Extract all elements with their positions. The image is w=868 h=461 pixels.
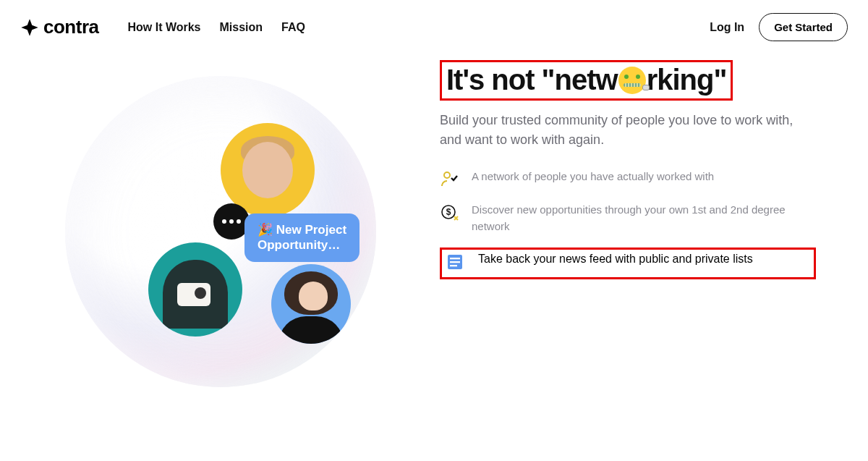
subtitle: Build your trusted community of people y… — [440, 111, 816, 150]
svg-rect-6 — [450, 261, 460, 263]
svg-marker-0 — [21, 19, 38, 35]
zipper-mouth-emoji-icon — [618, 67, 646, 94]
feature-1: A network of people you have actually wo… — [440, 169, 816, 189]
svg-rect-7 — [450, 265, 457, 266]
main-nav: How It Works Mission FAQ — [127, 21, 305, 34]
feature-1-text: A network of people you have actually wo… — [472, 169, 714, 185]
feature-2-text: Discover new opportunities through your … — [472, 202, 816, 234]
nav-faq[interactable]: FAQ — [281, 21, 305, 34]
logo-text: contra — [43, 16, 98, 38]
logo[interactable]: contra — [20, 16, 98, 38]
hero-copy: It's not "netwrking" Build your trusted … — [434, 54, 846, 431]
dollar-icon: $ — [440, 203, 459, 222]
card-line2: Opportunity… — [258, 238, 340, 252]
content: 🎉 New Project Opportunity… It's not "net… — [0, 54, 868, 431]
header-right: Log In Get Started — [710, 13, 848, 41]
list-icon — [446, 253, 465, 274]
svg-text:$: $ — [446, 207, 451, 217]
avatar-2 — [148, 242, 242, 337]
header-left: contra How It Works Mission FAQ — [20, 16, 305, 38]
headline: It's not "netwrking" — [446, 64, 726, 96]
avatar-3 — [271, 264, 351, 344]
nav-mission[interactable]: Mission — [220, 21, 263, 34]
svg-point-1 — [444, 172, 450, 178]
svg-rect-5 — [450, 258, 460, 259]
opportunity-card: 🎉 New Project Opportunity… — [244, 213, 359, 262]
nav-how-it-works[interactable]: How It Works — [127, 21, 200, 34]
headline-pre: It's not "netw — [446, 64, 618, 96]
header: contra How It Works Mission FAQ Log In G… — [0, 0, 868, 54]
party-emoji-icon: 🎉 — [258, 223, 273, 237]
hero-illustration: 🎉 New Project Opportunity… — [22, 54, 434, 431]
person-check-icon — [440, 170, 459, 189]
headline-post: rking" — [647, 64, 727, 96]
feature-2: $ Discover new opportunities through you… — [440, 202, 816, 234]
card-line1: New Project — [276, 223, 346, 237]
login-link[interactable]: Log In — [710, 21, 744, 34]
logo-icon — [20, 18, 39, 37]
feature-3-text: Take back your news feed with public and… — [478, 253, 753, 266]
get-started-button[interactable]: Get Started — [759, 13, 848, 41]
headline-highlight: It's not "netwrking" — [440, 60, 733, 101]
feature-3-highlight: Take back your news feed with public and… — [440, 248, 816, 279]
